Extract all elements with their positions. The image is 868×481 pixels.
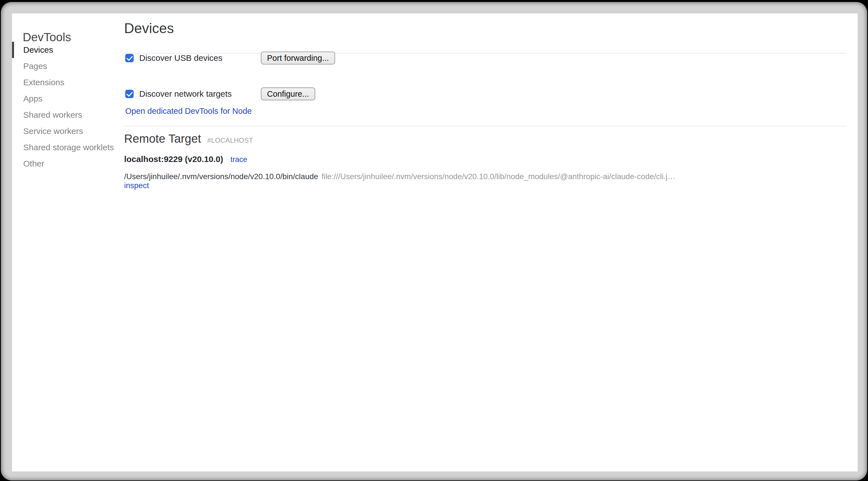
- main-content: Devices Discover USB devices Port forwar…: [124, 13, 846, 472]
- sidebar-item-shared-storage-worklets[interactable]: Shared storage worklets: [12, 139, 124, 156]
- sidebar-item-label: Service workers: [23, 126, 83, 136]
- discover-network-row: Discover network targets Configure...: [125, 87, 232, 100]
- discover-network-label[interactable]: Discover network targets: [139, 89, 232, 99]
- trace-link[interactable]: trace: [230, 155, 247, 164]
- sidebar-item-apps[interactable]: Apps: [12, 91, 124, 107]
- sidebar-item-service-workers[interactable]: Service workers: [12, 123, 124, 139]
- sidebar-item-label: Other: [23, 159, 44, 169]
- sidebar-item-label: Pages: [23, 61, 47, 71]
- sidebar-item-label: Devices: [23, 45, 53, 55]
- remote-target-title: Remote Target: [124, 132, 201, 145]
- target-path-row: /Users/jinhuilee/.nvm/versions/node/v20.…: [124, 172, 675, 181]
- target-row: localhost:9229 (v20.10.0) trace: [124, 154, 247, 164]
- sidebar-item-pages[interactable]: Pages: [12, 58, 124, 74]
- sidebar-item-other[interactable]: Other: [12, 156, 124, 172]
- remote-target-heading: Remote Target #LOCALHOST: [124, 132, 253, 147]
- open-node-devtools-link[interactable]: Open dedicated DevTools for Node: [125, 107, 252, 116]
- discover-usb-checkbox[interactable]: [125, 54, 134, 62]
- sidebar-item-label: Shared storage worklets: [23, 143, 114, 152]
- target-name: localhost:9229 (v20.10.0): [124, 154, 223, 164]
- inspect-link[interactable]: inspect: [124, 181, 149, 190]
- divider: [124, 53, 846, 54]
- port-forwarding-button[interactable]: Port forwarding...: [261, 52, 335, 64]
- localhost-tag: #LOCALHOST: [207, 134, 253, 147]
- screen-frame: DevTools Devices Pages Extensions Apps S…: [1, 2, 867, 480]
- selected-indicator: [12, 42, 14, 58]
- discover-usb-row: Discover USB devices Port forwarding...: [125, 52, 222, 64]
- discover-usb-label[interactable]: Discover USB devices: [139, 53, 222, 63]
- sidebar-item-extensions[interactable]: Extensions: [12, 74, 124, 91]
- sidebar-nav: Devices Pages Extensions Apps Shared wor…: [12, 42, 124, 172]
- page-title: Devices: [124, 21, 174, 36]
- sidebar-item-label: Apps: [23, 94, 42, 103]
- sidebar-item-devices[interactable]: Devices: [12, 42, 124, 58]
- configure-button[interactable]: Configure...: [261, 87, 315, 100]
- target-binary-path: /Users/jinhuilee/.nvm/versions/node/v20.…: [124, 172, 318, 181]
- target-module-url: file:///Users/jinhuilee/.nvm/versions/no…: [322, 172, 676, 181]
- sidebar-item-shared-workers[interactable]: Shared workers: [12, 107, 124, 123]
- discover-network-checkbox[interactable]: [125, 90, 134, 98]
- devtools-window: DevTools Devices Pages Extensions Apps S…: [12, 13, 858, 472]
- sidebar: DevTools Devices Pages Extensions Apps S…: [12, 13, 124, 472]
- divider: [124, 126, 846, 126]
- sidebar-item-label: Extensions: [23, 78, 64, 87]
- sidebar-item-label: Shared workers: [23, 110, 82, 120]
